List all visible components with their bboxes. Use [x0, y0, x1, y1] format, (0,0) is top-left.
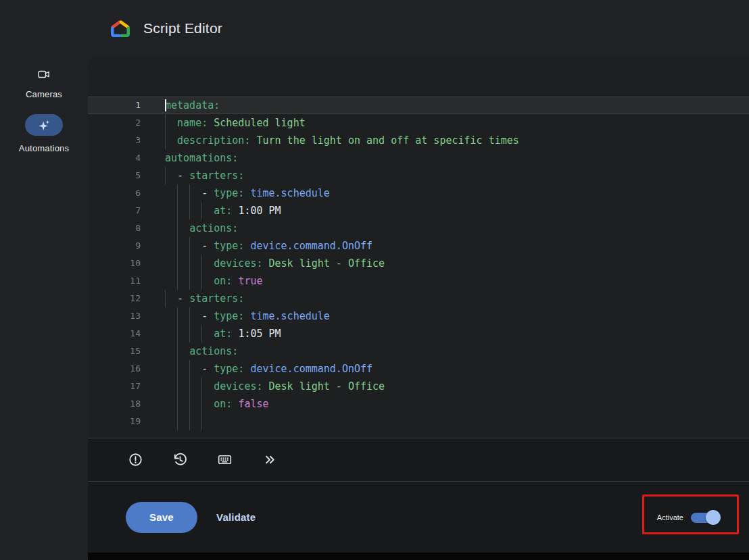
- line-number: 18: [88, 395, 141, 413]
- app-title: Script Editor: [143, 20, 222, 36]
- code-line[interactable]: 10 devices: Desk light - Office: [88, 255, 749, 272]
- code-line[interactable]: 9 - type: device.command.OnOff: [88, 237, 749, 255]
- code-line[interactable]: 11 on: true: [88, 272, 749, 290]
- footer-bar: Save Validate Activate: [88, 482, 749, 553]
- selected-pill: [25, 114, 63, 136]
- line-number: 15: [88, 342, 141, 360]
- sidebar: Cameras Automations: [0, 56, 88, 560]
- indent-guide: [189, 413, 190, 430]
- line-number: 11: [88, 272, 141, 290]
- save-button[interactable]: Save: [126, 502, 197, 533]
- bottom-strip: [88, 553, 749, 560]
- line-number: 14: [88, 325, 141, 342]
- problems-icon[interactable]: [127, 452, 143, 468]
- sidebar-item-label: Automations: [19, 143, 69, 153]
- code-line[interactable]: 8 actions:: [88, 220, 749, 237]
- code-line[interactable]: 14 at: 1:05 PM: [88, 325, 749, 342]
- code-line[interactable]: 4automations:: [88, 149, 749, 167]
- line-number: 6: [88, 184, 141, 202]
- indent-guide: [177, 413, 178, 430]
- code-line[interactable]: 15 actions:: [88, 342, 749, 360]
- toggle-thumb: [706, 510, 721, 525]
- validate-button[interactable]: Validate: [216, 511, 256, 523]
- sidebar-item-cameras[interactable]: Cameras: [26, 67, 62, 99]
- activate-toggle[interactable]: [690, 509, 721, 526]
- script-editor-card: 1metadata:2 name: Scheduled light3 descr…: [88, 56, 749, 553]
- sidebar-item-label: Cameras: [26, 89, 62, 99]
- code-line[interactable]: 1metadata:: [88, 97, 749, 114]
- google-home-logo-icon[interactable]: [110, 19, 130, 38]
- line-number: 19: [88, 413, 141, 430]
- line-number: 4: [88, 149, 141, 167]
- line-number: 2: [88, 114, 141, 132]
- code-line[interactable]: 16 - type: device.command.OnOff: [88, 360, 749, 378]
- automation-sparkle-icon: [37, 118, 51, 132]
- line-number: 1: [88, 97, 141, 114]
- indent-guide: [201, 413, 202, 430]
- text-caret: [165, 99, 166, 111]
- code-line[interactable]: 5 - starters:: [88, 167, 749, 184]
- line-number: 7: [88, 202, 141, 220]
- line-number: 9: [88, 237, 141, 255]
- keyboard-icon[interactable]: [216, 452, 233, 468]
- line-number: 13: [88, 307, 141, 325]
- code-line[interactable]: 17 devices: Desk light - Office: [88, 378, 749, 395]
- line-number: 12: [88, 290, 141, 307]
- line-number: 16: [88, 360, 141, 378]
- code-line[interactable]: 19: [88, 413, 749, 430]
- code-line[interactable]: 18 on: false: [88, 395, 749, 413]
- line-number: 10: [88, 255, 141, 272]
- code-line[interactable]: 12 - starters:: [88, 290, 749, 307]
- code-line[interactable]: 2 name: Scheduled light: [88, 114, 749, 132]
- sidebar-item-automations[interactable]: Automations: [19, 114, 69, 153]
- line-number: 17: [88, 378, 141, 395]
- line-number: 5: [88, 167, 141, 184]
- code-editor[interactable]: 1metadata:2 name: Scheduled light3 descr…: [88, 56, 749, 438]
- expand-icon[interactable]: [261, 452, 277, 468]
- line-number: 3: [88, 132, 141, 149]
- code-lines: 1metadata:2 name: Scheduled light3 descr…: [88, 97, 749, 430]
- code-line[interactable]: 13 - type: time.schedule: [88, 307, 749, 325]
- activate-label: Activate: [657, 513, 683, 521]
- history-icon[interactable]: [172, 452, 188, 468]
- code-line[interactable]: 7 at: 1:00 PM: [88, 202, 749, 220]
- code-line[interactable]: 6 - type: time.schedule: [88, 184, 749, 202]
- line-number: 8: [88, 220, 141, 237]
- activate-control: Activate: [657, 509, 721, 526]
- editor-toolbar: [88, 438, 749, 481]
- camera-icon: [37, 67, 51, 82]
- topbar: Script Editor: [0, 0, 749, 56]
- code-line[interactable]: 3 description: Turn the light on and off…: [88, 132, 749, 149]
